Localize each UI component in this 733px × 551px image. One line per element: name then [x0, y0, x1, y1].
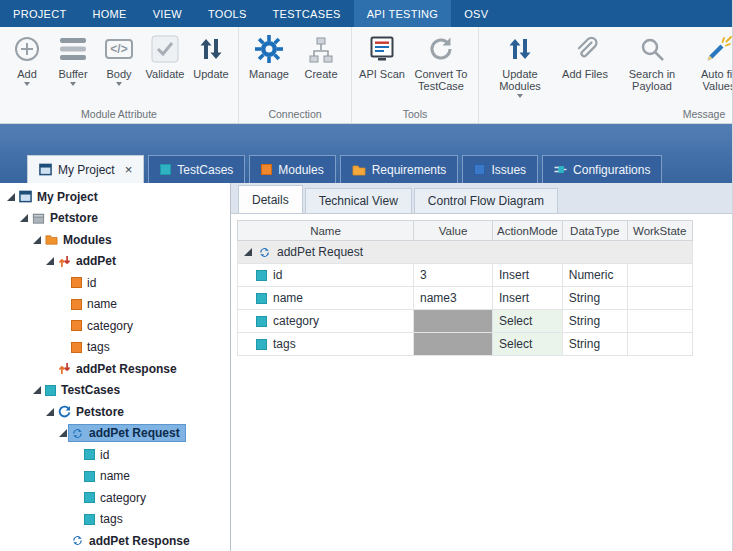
column-header-actionmode[interactable]: ActionMode: [493, 221, 563, 241]
autofill-pencil-icon: [705, 33, 732, 65]
module-port-icon: [58, 255, 71, 268]
menu-testcases[interactable]: TESTCASES: [260, 0, 354, 27]
menu-api-testing[interactable]: API TESTING: [354, 0, 452, 27]
ribbon-group-tools: API Scan Convert To TestCase Tools: [352, 27, 479, 123]
tree-item-addpet-response-testcase[interactable]: addPet Response: [0, 530, 230, 551]
api-scan-button[interactable]: API Scan: [356, 30, 408, 80]
search-in-payload-button[interactable]: Search in Payload: [623, 30, 681, 92]
tab-technical-view[interactable]: Technical View: [305, 188, 412, 213]
expand-arrow-icon[interactable]: [30, 386, 43, 394]
close-icon[interactable]: ×: [125, 165, 133, 175]
ribbon-group-module-attribute: Add Buffer </> Body: [0, 27, 239, 123]
tree-item-request-name[interactable]: name: [0, 466, 230, 488]
column-header-name[interactable]: Name: [238, 221, 414, 241]
body-button[interactable]: </> Body: [96, 30, 142, 89]
tree-item-addpet-response-module[interactable]: addPet Response: [0, 358, 230, 380]
expand-arrow-icon[interactable]: [244, 248, 252, 256]
tree-item-modules[interactable]: Modules: [0, 229, 230, 251]
expand-arrow-icon[interactable]: [56, 429, 69, 437]
expand-arrow-icon[interactable]: [43, 408, 56, 416]
testcases-square-icon: [45, 385, 56, 396]
update-modules-button[interactable]: Update Modules: [493, 30, 547, 101]
tab-details[interactable]: Details: [238, 185, 303, 213]
group-row-addpet-request[interactable]: addPet Request: [238, 241, 693, 264]
tree-item-label: Petstore: [76, 405, 124, 419]
doc-tab-requirements[interactable]: Requirements: [340, 155, 459, 183]
cell-workstate[interactable]: [627, 310, 692, 333]
tree-item-addpet-module[interactable]: addPet: [0, 251, 230, 273]
doc-tab-label: Modules: [278, 163, 323, 177]
cell-value[interactable]: 3: [414, 264, 493, 287]
menu-view[interactable]: VIEW: [140, 0, 195, 27]
cell-datatype[interactable]: String: [562, 287, 627, 310]
doc-tab-label: Configurations: [573, 163, 650, 177]
doc-tab-label: Requirements: [372, 163, 447, 177]
doc-tab-issues[interactable]: Issues: [462, 155, 538, 183]
expand-arrow-icon[interactable]: [30, 236, 43, 244]
expand-arrow-icon[interactable]: [17, 214, 30, 222]
manage-button[interactable]: Manage: [243, 30, 295, 80]
doc-tab-my-project[interactable]: My Project ×: [27, 155, 144, 183]
create-button[interactable]: Create: [295, 30, 347, 80]
doc-tab-testcases[interactable]: TestCases: [148, 155, 245, 183]
expand-arrow-icon[interactable]: [4, 193, 17, 201]
tree-item-label: category: [100, 491, 146, 505]
cell-name[interactable]: id: [238, 264, 414, 287]
add-button[interactable]: Add: [4, 30, 50, 89]
cell-datatype[interactable]: Numeric: [562, 264, 627, 287]
tab-control-flow-diagram[interactable]: Control Flow Diagram: [414, 188, 558, 213]
attribute-square-icon: [71, 342, 82, 353]
menu-osv[interactable]: OSV: [451, 0, 501, 27]
validate-button[interactable]: Validate: [142, 30, 188, 80]
tree-item-module-category[interactable]: category: [0, 315, 230, 337]
cell-value[interactable]: name3: [414, 287, 493, 310]
tree-item-module-id[interactable]: id: [0, 272, 230, 294]
table-row: id 3 Insert Numeric: [238, 264, 693, 287]
cell-name[interactable]: name: [238, 287, 414, 310]
tree-item-addpet-request[interactable]: addPet Request: [0, 423, 230, 445]
buffer-button[interactable]: Buffer: [50, 30, 96, 89]
column-header-value[interactable]: Value: [414, 221, 493, 241]
cell-name[interactable]: category: [238, 310, 414, 333]
detail-tab-bar: Details Technical View Control Flow Diag…: [231, 183, 732, 214]
update-modules-label-line1: Update: [502, 68, 537, 80]
tree-item-module-name[interactable]: name: [0, 294, 230, 316]
doc-tab-configurations[interactable]: Configurations: [542, 155, 662, 183]
tree-item-my-project[interactable]: My Project: [0, 186, 230, 208]
tree-item-module-tags[interactable]: tags: [0, 337, 230, 359]
doc-tab-modules[interactable]: Modules: [249, 155, 335, 183]
table-row: name name3 Insert String: [238, 287, 693, 310]
menu-project[interactable]: PROJECT: [0, 0, 79, 27]
column-header-workstate[interactable]: WorkState: [627, 221, 692, 241]
tree-item-testcases[interactable]: TestCases: [0, 380, 230, 402]
tree-item-petstore-testcase[interactable]: Petstore: [0, 401, 230, 423]
tree-item-petstore[interactable]: Petstore: [0, 208, 230, 230]
update-button-label: Update: [193, 68, 228, 80]
cell-workstate[interactable]: [627, 333, 692, 356]
tree-item-label: tags: [100, 512, 123, 526]
cell-workstate[interactable]: [627, 287, 692, 310]
body-button-label: Body: [106, 68, 131, 80]
add-files-button[interactable]: Add Files: [559, 30, 611, 80]
cell-actionmode[interactable]: Insert: [493, 287, 563, 310]
cell-actionmode[interactable]: Insert: [493, 264, 563, 287]
cell-actionmode[interactable]: Select: [493, 310, 563, 333]
attribute-square-icon: [84, 471, 95, 482]
update-button[interactable]: Update: [188, 30, 234, 80]
cell-actionmode[interactable]: Select: [493, 333, 563, 356]
tree-item-request-category[interactable]: category: [0, 487, 230, 509]
cell-datatype[interactable]: String: [562, 310, 627, 333]
cell-workstate[interactable]: [627, 264, 692, 287]
convert-to-testcase-button[interactable]: Convert To TestCase: [408, 30, 474, 92]
column-header-datatype[interactable]: DataType: [562, 221, 627, 241]
cell-name[interactable]: tags: [238, 333, 414, 356]
attribute-square-icon: [256, 270, 267, 281]
tree-item-request-id[interactable]: id: [0, 444, 230, 466]
menu-tools[interactable]: TOOLS: [195, 0, 260, 27]
autofill-button-label-line1: Auto fill: [701, 68, 732, 80]
expand-arrow-icon[interactable]: [43, 257, 56, 265]
menu-home[interactable]: HOME: [79, 0, 139, 27]
auto-fill-values-button[interactable]: Auto fill Values: [693, 30, 732, 92]
cell-datatype[interactable]: String: [562, 333, 627, 356]
tree-item-request-tags[interactable]: tags: [0, 509, 230, 531]
